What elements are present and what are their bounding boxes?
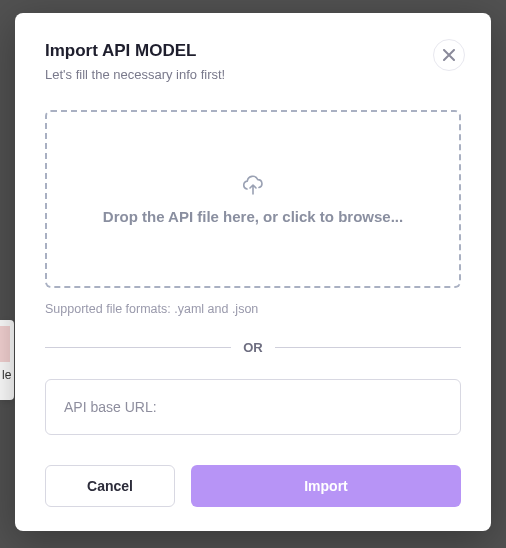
divider-line-left <box>45 347 231 348</box>
dropzone-text: Drop the API file here, or click to brow… <box>103 208 403 225</box>
or-divider: OR <box>45 340 461 355</box>
close-button[interactable] <box>433 39 465 71</box>
divider-line-right <box>275 347 461 348</box>
close-icon <box>443 49 455 61</box>
api-base-url-input[interactable] <box>45 379 461 435</box>
divider-label: OR <box>231 340 275 355</box>
cancel-button[interactable]: Cancel <box>45 465 175 507</box>
import-api-modal: Import API MODEL Let's fill the necessar… <box>15 13 491 531</box>
supported-formats-text: Supported file formats: .yaml and .json <box>45 302 461 316</box>
modal-title: Import API MODEL <box>45 41 461 61</box>
modal-footer: Cancel Import <box>45 465 461 507</box>
file-dropzone[interactable]: Drop the API file here, or click to brow… <box>45 110 461 288</box>
bg-pink-strip <box>0 326 10 362</box>
import-button[interactable]: Import <box>191 465 461 507</box>
bg-fragment-text: le <box>2 368 11 382</box>
modal-header: Import API MODEL Let's fill the necessar… <box>45 41 461 82</box>
upload-cloud-icon <box>241 174 265 198</box>
background-card-fragment: le <box>0 320 14 400</box>
modal-subtitle: Let's fill the necessary info first! <box>45 67 461 82</box>
